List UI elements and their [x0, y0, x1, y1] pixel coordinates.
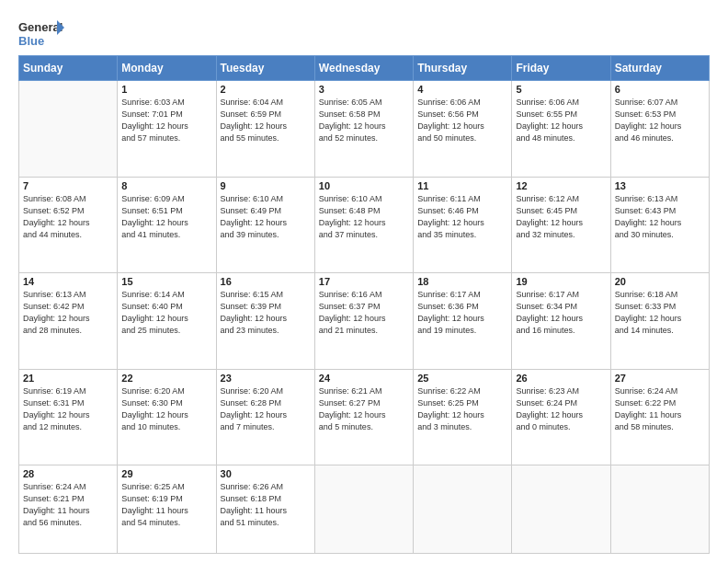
day-number: 21 [23, 373, 113, 384]
table-cell [610, 465, 709, 554]
day-info: Sunrise: 6:21 AM Sunset: 6:27 PM Dayligh… [319, 385, 409, 433]
day-info: Sunrise: 6:20 AM Sunset: 6:30 PM Dayligh… [121, 385, 211, 433]
logo: General Blue [18, 17, 64, 50]
day-info: Sunrise: 6:19 AM Sunset: 6:31 PM Dayligh… [23, 385, 113, 433]
table-cell [19, 81, 118, 178]
table-cell: 24Sunrise: 6:21 AM Sunset: 6:27 PM Dayli… [314, 369, 413, 465]
table-cell: 15Sunrise: 6:14 AM Sunset: 6:40 PM Dayli… [118, 273, 216, 370]
day-number: 10 [319, 180, 409, 191]
table-cell: 23Sunrise: 6:20 AM Sunset: 6:28 PM Dayli… [216, 369, 314, 465]
day-info: Sunrise: 6:10 AM Sunset: 6:48 PM Dayligh… [319, 193, 409, 241]
table-cell [314, 465, 413, 554]
day-number: 4 [417, 84, 507, 95]
table-cell: 18Sunrise: 6:17 AM Sunset: 6:36 PM Dayli… [414, 273, 512, 370]
day-info: Sunrise: 6:17 AM Sunset: 6:34 PM Dayligh… [516, 289, 606, 337]
day-info: Sunrise: 6:03 AM Sunset: 7:01 PM Dayligh… [121, 97, 211, 144]
svg-text:General: General [18, 20, 63, 34]
day-info: Sunrise: 6:04 AM Sunset: 6:59 PM Dayligh… [221, 97, 311, 144]
table-cell: 29Sunrise: 6:25 AM Sunset: 6:19 PM Dayli… [118, 465, 216, 554]
weekday-tuesday: Tuesday [216, 56, 314, 81]
day-number: 6 [615, 84, 705, 95]
day-info: Sunrise: 6:12 AM Sunset: 6:45 PM Dayligh… [516, 193, 606, 241]
day-number: 22 [121, 373, 211, 384]
day-info: Sunrise: 6:24 AM Sunset: 6:22 PM Dayligh… [615, 385, 705, 433]
day-number: 15 [121, 276, 211, 287]
header: General Blue [18, 17, 710, 50]
table-cell: 22Sunrise: 6:20 AM Sunset: 6:30 PM Dayli… [118, 369, 216, 465]
table-cell: 25Sunrise: 6:22 AM Sunset: 6:25 PM Dayli… [414, 369, 512, 465]
day-number: 11 [417, 180, 507, 191]
calendar-table: SundayMondayTuesdayWednesdayThursdayFrid… [18, 55, 710, 554]
day-number: 17 [319, 276, 409, 287]
day-info: Sunrise: 6:11 AM Sunset: 6:46 PM Dayligh… [417, 193, 507, 241]
table-cell: 28Sunrise: 6:24 AM Sunset: 6:21 PM Dayli… [19, 465, 118, 554]
weekday-header-row: SundayMondayTuesdayWednesdayThursdayFrid… [19, 56, 710, 81]
day-number: 18 [417, 276, 507, 287]
day-info: Sunrise: 6:14 AM Sunset: 6:40 PM Dayligh… [121, 289, 211, 337]
table-cell: 8Sunrise: 6:09 AM Sunset: 6:51 PM Daylig… [118, 177, 216, 273]
day-info: Sunrise: 6:05 AM Sunset: 6:58 PM Dayligh… [319, 97, 409, 144]
day-number: 19 [516, 276, 606, 287]
day-number: 7 [23, 180, 113, 191]
day-number: 29 [121, 468, 211, 479]
day-info: Sunrise: 6:17 AM Sunset: 6:36 PM Dayligh… [417, 289, 507, 337]
day-number: 25 [417, 373, 507, 384]
table-cell: 11Sunrise: 6:11 AM Sunset: 6:46 PM Dayli… [414, 177, 512, 273]
day-number: 9 [221, 180, 311, 191]
table-cell: 26Sunrise: 6:23 AM Sunset: 6:24 PM Dayli… [512, 369, 610, 465]
table-cell: 9Sunrise: 6:10 AM Sunset: 6:49 PM Daylig… [216, 177, 314, 273]
table-cell: 27Sunrise: 6:24 AM Sunset: 6:22 PM Dayli… [610, 369, 709, 465]
table-cell: 5Sunrise: 6:06 AM Sunset: 6:55 PM Daylig… [512, 81, 610, 178]
day-info: Sunrise: 6:15 AM Sunset: 6:39 PM Dayligh… [221, 289, 311, 337]
day-info: Sunrise: 6:13 AM Sunset: 6:43 PM Dayligh… [615, 193, 705, 241]
day-number: 8 [121, 180, 211, 191]
logo-svg: General Blue [18, 17, 64, 50]
week-row-1: 1Sunrise: 6:03 AM Sunset: 7:01 PM Daylig… [19, 81, 710, 178]
day-number: 13 [615, 180, 705, 191]
weekday-sunday: Sunday [19, 56, 118, 81]
day-number: 24 [319, 373, 409, 384]
table-cell: 6Sunrise: 6:07 AM Sunset: 6:53 PM Daylig… [610, 81, 709, 178]
day-number: 12 [516, 180, 606, 191]
table-cell: 17Sunrise: 6:16 AM Sunset: 6:37 PM Dayli… [314, 273, 413, 370]
page: General Blue SundayMondayTuesdayWednesda… [0, 0, 728, 563]
table-cell: 16Sunrise: 6:15 AM Sunset: 6:39 PM Dayli… [216, 273, 314, 370]
day-number: 2 [221, 84, 311, 95]
week-row-3: 14Sunrise: 6:13 AM Sunset: 6:42 PM Dayli… [19, 273, 710, 370]
day-number: 30 [221, 468, 311, 479]
day-info: Sunrise: 6:16 AM Sunset: 6:37 PM Dayligh… [319, 289, 409, 337]
day-number: 5 [516, 84, 606, 95]
table-cell: 3Sunrise: 6:05 AM Sunset: 6:58 PM Daylig… [314, 81, 413, 178]
svg-text:Blue: Blue [18, 34, 44, 48]
week-row-5: 28Sunrise: 6:24 AM Sunset: 6:21 PM Dayli… [19, 465, 710, 554]
table-cell: 12Sunrise: 6:12 AM Sunset: 6:45 PM Dayli… [512, 177, 610, 273]
day-info: Sunrise: 6:06 AM Sunset: 6:55 PM Dayligh… [516, 97, 606, 144]
day-number: 3 [319, 84, 409, 95]
weekday-friday: Friday [512, 56, 610, 81]
weekday-saturday: Saturday [610, 56, 709, 81]
day-number: 20 [615, 276, 705, 287]
day-number: 1 [121, 84, 211, 95]
table-cell: 14Sunrise: 6:13 AM Sunset: 6:42 PM Dayli… [19, 273, 118, 370]
day-info: Sunrise: 6:18 AM Sunset: 6:33 PM Dayligh… [615, 289, 705, 337]
day-number: 16 [221, 276, 311, 287]
day-info: Sunrise: 6:10 AM Sunset: 6:49 PM Dayligh… [221, 193, 311, 241]
day-info: Sunrise: 6:20 AM Sunset: 6:28 PM Dayligh… [221, 385, 311, 433]
day-info: Sunrise: 6:23 AM Sunset: 6:24 PM Dayligh… [516, 385, 606, 433]
day-number: 26 [516, 373, 606, 384]
table-cell: 20Sunrise: 6:18 AM Sunset: 6:33 PM Dayli… [610, 273, 709, 370]
table-cell [414, 465, 512, 554]
day-info: Sunrise: 6:13 AM Sunset: 6:42 PM Dayligh… [23, 289, 113, 337]
day-info: Sunrise: 6:26 AM Sunset: 6:18 PM Dayligh… [221, 481, 311, 529]
day-info: Sunrise: 6:06 AM Sunset: 6:56 PM Dayligh… [417, 97, 507, 144]
week-row-2: 7Sunrise: 6:08 AM Sunset: 6:52 PM Daylig… [19, 177, 710, 273]
table-cell: 2Sunrise: 6:04 AM Sunset: 6:59 PM Daylig… [216, 81, 314, 178]
day-info: Sunrise: 6:08 AM Sunset: 6:52 PM Dayligh… [23, 193, 113, 241]
table-cell: 1Sunrise: 6:03 AM Sunset: 7:01 PM Daylig… [118, 81, 216, 178]
table-cell: 7Sunrise: 6:08 AM Sunset: 6:52 PM Daylig… [19, 177, 118, 273]
table-cell [512, 465, 610, 554]
weekday-thursday: Thursday [414, 56, 512, 81]
table-cell: 19Sunrise: 6:17 AM Sunset: 6:34 PM Dayli… [512, 273, 610, 370]
table-cell: 10Sunrise: 6:10 AM Sunset: 6:48 PM Dayli… [314, 177, 413, 273]
table-cell: 13Sunrise: 6:13 AM Sunset: 6:43 PM Dayli… [610, 177, 709, 273]
